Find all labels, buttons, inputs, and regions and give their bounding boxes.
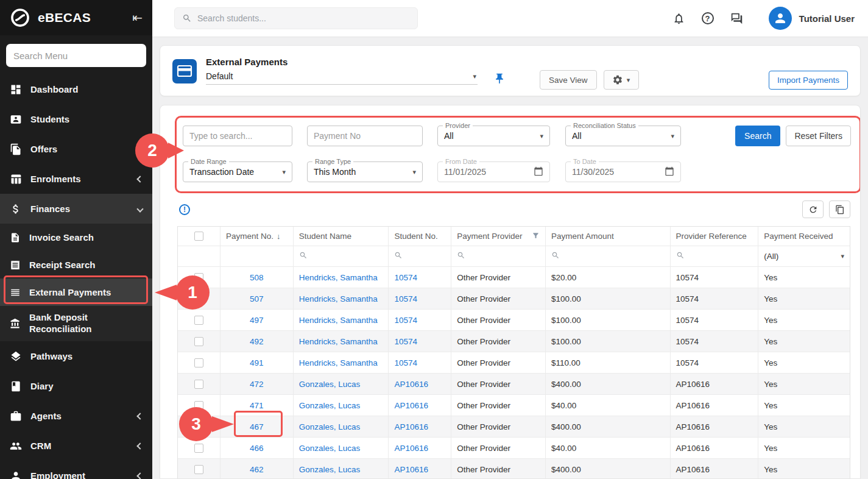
column-header-student-name[interactable]: Student Name [294, 227, 389, 246]
filter-cell-student-name[interactable] [294, 246, 389, 267]
column-header-payment-received[interactable]: Payment Received [758, 227, 850, 246]
collapse-sidebar-icon[interactable]: ⇤ [132, 12, 143, 24]
row-checkbox[interactable] [194, 294, 203, 303]
pin-view-icon[interactable] [493, 73, 506, 87]
filter-cell-provider-reference[interactable] [671, 246, 759, 267]
student-no-link[interactable]: AP10616 [394, 465, 428, 474]
reconciliation-status-select[interactable]: Reconciliation Status All ▾ [565, 126, 681, 146]
payment-no-link[interactable]: 471 [250, 401, 264, 410]
filter-funnel-icon[interactable] [532, 232, 540, 241]
students-search-box[interactable] [174, 7, 418, 29]
sidebar-item-finances[interactable]: Finances [0, 194, 152, 224]
row-checkbox[interactable] [194, 273, 203, 282]
payment-no-link[interactable]: 492 [250, 337, 264, 346]
student-name-cell: Gonzales, Lucas [294, 416, 389, 438]
info-icon[interactable]: ! [179, 204, 190, 215]
student-no-link[interactable]: AP10616 [394, 401, 428, 410]
sidebar-item-diary[interactable]: Diary [0, 371, 152, 401]
filter-cell-payment-provider[interactable] [451, 246, 546, 267]
payment-no-link[interactable]: 466 [250, 444, 264, 453]
sidebar-item-agents[interactable]: Agents [0, 401, 152, 431]
column-header-student-no[interactable]: Student No. [389, 227, 451, 246]
student-no-link[interactable]: 10574 [394, 358, 417, 367]
provider-select[interactable]: Provider All ▾ [437, 126, 550, 146]
row-checkbox[interactable] [194, 358, 203, 367]
payment-no-link[interactable]: 462 [250, 465, 264, 474]
student-no-link[interactable]: AP10616 [394, 422, 428, 431]
student-name-link[interactable]: Gonzales, Lucas [299, 401, 361, 410]
payment-no-link[interactable]: 467 [250, 422, 264, 431]
student-no-link[interactable]: 10574 [394, 273, 417, 282]
sidebar-item-invoice-search[interactable]: Invoice Search [0, 224, 152, 251]
notifications-bell-icon[interactable] [672, 12, 685, 25]
payment-no-link[interactable]: 491 [250, 358, 264, 367]
student-no-link[interactable]: 10574 [394, 316, 417, 325]
student-name-link[interactable]: Hendricks, Samantha [299, 337, 378, 346]
column-header-payment-no[interactable]: Payment No. ↓ [221, 227, 294, 246]
view-selector[interactable]: Default ▾ [206, 71, 478, 85]
student-name-link[interactable]: Gonzales, Lucas [299, 465, 361, 474]
column-header-payment-provider[interactable]: Payment Provider [451, 227, 546, 246]
students-search-input[interactable] [197, 13, 410, 23]
row-checkbox[interactable] [194, 380, 203, 389]
student-name-link[interactable]: Gonzales, Lucas [299, 422, 361, 431]
refresh-button[interactable] [802, 200, 824, 218]
row-checkbox[interactable] [194, 422, 203, 431]
payment-no-link[interactable]: 497 [250, 316, 264, 325]
student-no-link[interactable]: 10574 [394, 337, 417, 346]
reset-filters-button[interactable]: Reset Filters [786, 126, 851, 146]
row-checkbox[interactable] [194, 401, 203, 410]
sidebar-item-offers[interactable]: Offers [0, 134, 152, 164]
student-name-link[interactable]: Hendricks, Samantha [299, 294, 378, 303]
sidebar-item-enrolments[interactable]: Enrolments [0, 164, 152, 194]
help-icon[interactable]: ? [702, 12, 714, 24]
to-date-field[interactable]: To Date 11/30/2025 [565, 161, 681, 182]
import-payments-button[interactable]: Import Payments [769, 71, 848, 90]
student-name-link[interactable]: Gonzales, Lucas [299, 380, 361, 389]
student-name-link[interactable]: Hendricks, Samantha [299, 273, 378, 282]
feedback-chat-icon[interactable] [730, 12, 743, 25]
student-name-link[interactable]: Hendricks, Samantha [299, 316, 378, 325]
row-checkbox[interactable] [194, 465, 203, 474]
sidebar-item-crm[interactable]: CRM [0, 431, 152, 461]
sort-desc-icon[interactable]: ↓ [277, 232, 281, 241]
payment-no-link[interactable]: 508 [250, 273, 264, 282]
user-menu[interactable]: Tutorial User [769, 7, 868, 30]
filter-cell-payment-no[interactable] [221, 246, 294, 267]
filter-cell-student-no[interactable] [389, 246, 451, 267]
payment-no-input[interactable] [307, 126, 423, 146]
student-name-link[interactable]: Hendricks, Samantha [299, 358, 378, 367]
payment-no-link[interactable]: 507 [250, 294, 264, 303]
student-no-link[interactable]: 10574 [394, 294, 417, 303]
range-type-select[interactable]: Range Type This Month ▾ [307, 161, 423, 182]
sidebar-item-pathways[interactable]: Pathways [0, 341, 152, 371]
sidebar-item-bank-deposit-reconciliation[interactable]: Bank Deposit Reconciliation [0, 306, 152, 341]
copy-export-button[interactable] [829, 200, 850, 218]
search-button[interactable]: Search [735, 126, 780, 146]
payment-received-filter-select[interactable]: (All) ▾ [758, 246, 850, 267]
student-name-link[interactable]: Gonzales, Lucas [299, 444, 361, 453]
sidebar-item-students[interactable]: Students [0, 104, 152, 134]
filter-cell-payment-amount[interactable] [546, 246, 671, 267]
sidebar-search-input[interactable] [6, 44, 146, 67]
from-date-field[interactable]: From Date 11/01/2025 [437, 161, 550, 182]
save-view-button[interactable]: Save View [540, 70, 597, 90]
sidebar-item-receipt-search[interactable]: Receipt Search [0, 251, 152, 279]
date-range-select[interactable]: Date Range Transaction Date ▾ [183, 161, 292, 182]
grid-search-input[interactable] [183, 126, 292, 146]
student-no-link[interactable]: AP10616 [394, 444, 428, 453]
student-no-link[interactable]: AP10616 [394, 380, 428, 389]
calendar-icon[interactable] [534, 166, 543, 178]
sidebar-item-dashboard[interactable]: Dashboard [0, 74, 152, 104]
column-header-payment-amount[interactable]: Payment Amount [546, 227, 671, 246]
view-settings-button[interactable]: ▾ [604, 70, 639, 90]
payment-no-link[interactable]: 472 [250, 380, 264, 389]
calendar-icon[interactable] [665, 166, 674, 178]
sidebar-item-employment[interactable]: Employment [0, 461, 152, 479]
row-checkbox[interactable] [194, 337, 203, 346]
row-checkbox[interactable] [194, 316, 203, 325]
sidebar-item-external-payments[interactable]: External Payments [0, 279, 152, 306]
select-all-checkbox[interactable] [194, 232, 203, 241]
column-header-provider-reference[interactable]: Provider Reference [671, 227, 759, 246]
row-checkbox[interactable] [194, 444, 203, 453]
